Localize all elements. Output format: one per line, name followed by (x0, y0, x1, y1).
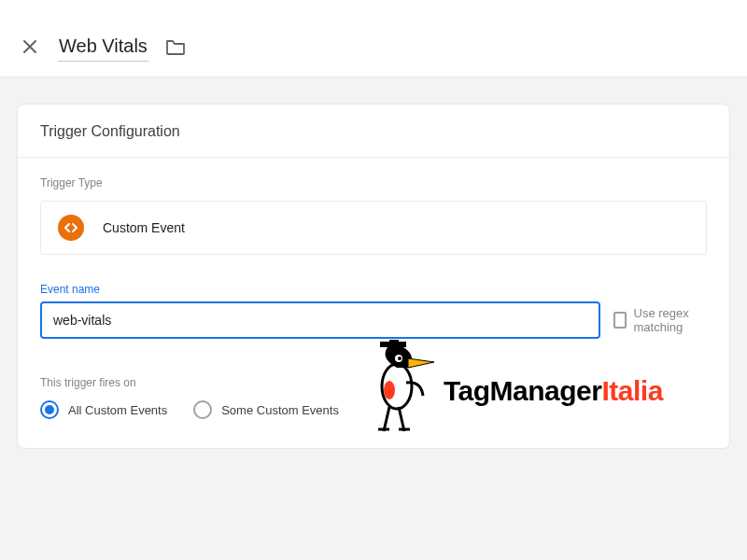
radio-some-custom-events[interactable]: Some Custom Events (193, 400, 339, 419)
custom-event-icon (58, 215, 84, 241)
trigger-type-value: Custom Event (103, 220, 185, 235)
page-body: Trigger Configuration Trigger Type Custo… (0, 77, 747, 560)
regex-checkbox[interactable] (613, 312, 627, 329)
event-name-input[interactable] (40, 301, 600, 339)
regex-checkbox-label: Use regex matching (634, 306, 708, 334)
page-title[interactable]: Web Vitals (58, 34, 148, 62)
card-header: Trigger Configuration (18, 105, 729, 158)
title-wrap: Web Vitals (58, 34, 186, 62)
trigger-type-label: Trigger Type (40, 176, 707, 189)
fires-on-label: This trigger fires on (40, 376, 707, 389)
radio-icon (40, 400, 59, 419)
radio-label: All Custom Events (68, 403, 167, 417)
radio-icon (193, 400, 212, 419)
event-name-row: Use regex matching (40, 301, 707, 339)
fires-on-radio-row: All Custom Events Some Custom Events (40, 400, 707, 419)
trigger-type-row[interactable]: Custom Event (40, 201, 707, 255)
config-card: Trigger Configuration Trigger Type Custo… (17, 104, 730, 449)
folder-icon[interactable] (165, 39, 186, 56)
top-bar: Web Vitals (0, 0, 747, 77)
close-icon[interactable] (22, 39, 37, 57)
radio-label: Some Custom Events (221, 403, 339, 417)
radio-all-custom-events[interactable]: All Custom Events (40, 400, 167, 419)
card-content: Trigger Type Custom Event Event name Use… (18, 158, 729, 441)
event-name-label: Event name (40, 283, 707, 296)
regex-checkbox-wrap[interactable]: Use regex matching (613, 306, 707, 334)
